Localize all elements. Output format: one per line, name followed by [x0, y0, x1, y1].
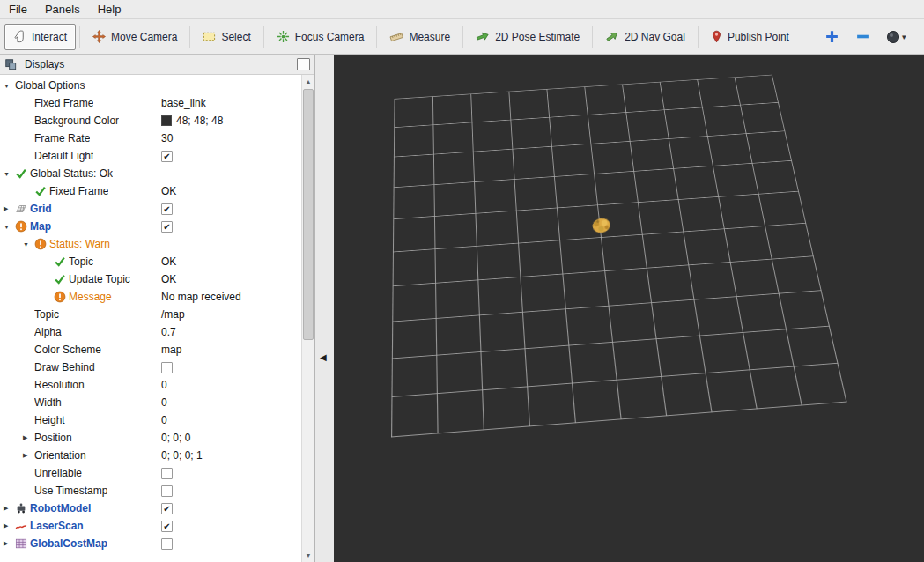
- property-value[interactable]: [157, 538, 301, 550]
- tree-row[interactable]: Background Color48; 48; 48: [0, 112, 301, 129]
- add-tool-button[interactable]: [824, 29, 839, 44]
- collapse-arrow-icon[interactable]: ▼: [4, 83, 15, 89]
- expand-arrow-icon[interactable]: ▶: [4, 522, 15, 529]
- property-value[interactable]: ✔: [157, 151, 301, 162]
- property-value[interactable]: OK: [157, 185, 301, 197]
- tree-row[interactable]: ▼Map✔: [0, 218, 301, 235]
- tree-row[interactable]: Default Light✔: [0, 147, 301, 165]
- menu-panels[interactable]: Panels: [45, 3, 80, 16]
- tool-2d-pose-estimate[interactable]: 2D Pose Estimate: [467, 24, 588, 50]
- tool-measure[interactable]: Measure: [381, 24, 459, 50]
- property-value[interactable]: 0: [157, 396, 301, 409]
- tree-row[interactable]: Fixed FrameOK: [0, 182, 301, 200]
- tree-row[interactable]: Unreliable: [0, 464, 301, 482]
- tree-row[interactable]: Use Timestamp: [0, 482, 301, 499]
- tree-row[interactable]: MessageNo map received: [0, 288, 301, 306]
- tool-focus-camera[interactable]: Focus Camera: [268, 24, 373, 50]
- tree-row[interactable]: ▶LaserScan✔: [0, 517, 301, 535]
- checkbox[interactable]: [161, 538, 173, 550]
- property-value[interactable]: ✔: [157, 503, 301, 514]
- expand-arrow-icon[interactable]: ▶: [23, 452, 34, 459]
- collapse-arrow-icon[interactable]: ▼: [23, 241, 34, 248]
- property-label: GlobalCostMap: [30, 537, 107, 550]
- property-value[interactable]: 0; 0; 0: [157, 432, 301, 444]
- tool-move-camera[interactable]: Move Camera: [84, 24, 186, 50]
- property-value[interactable]: OK: [157, 273, 301, 285]
- collapse-panel-arrow-icon[interactable]: ◀: [320, 352, 327, 362]
- tree-row[interactable]: Alpha0.7: [0, 323, 301, 341]
- property-value[interactable]: 0: [157, 414, 301, 426]
- tree-row[interactable]: Height0: [0, 411, 301, 429]
- property-value[interactable]: 0.7: [157, 326, 301, 338]
- property-value[interactable]: ✔: [157, 221, 301, 233]
- property-value[interactable]: OK: [157, 255, 301, 268]
- tool-2d-nav-goal[interactable]: 2D Nav Goal: [596, 24, 694, 50]
- checkbox[interactable]: ✔: [161, 221, 173, 233]
- menu-help[interactable]: Help: [98, 3, 122, 16]
- tree-row[interactable]: Topic/map: [0, 306, 301, 323]
- tool-select[interactable]: Select: [194, 24, 259, 50]
- property-value[interactable]: base_link: [157, 97, 301, 109]
- property-value[interactable]: ✔: [157, 521, 301, 532]
- checkbox[interactable]: ✔: [161, 203, 173, 215]
- expand-arrow-icon[interactable]: ▶: [4, 205, 15, 212]
- property-value[interactable]: [157, 362, 301, 373]
- expand-arrow-icon[interactable]: ▶: [4, 505, 15, 512]
- tool-options-button[interactable]: ▾: [886, 30, 906, 44]
- checkbox[interactable]: ✔: [161, 521, 173, 532]
- tree-row[interactable]: Draw Behind: [0, 359, 301, 376]
- collapse-arrow-icon[interactable]: ▼: [4, 224, 15, 230]
- property-value[interactable]: [157, 468, 301, 479]
- tree-row[interactable]: ▶Orientation0; 0; 0; 1: [0, 447, 301, 464]
- property-value[interactable]: 0; 0; 0; 1: [157, 449, 301, 462]
- property-name-cell: Update Topic: [0, 273, 157, 285]
- property-value[interactable]: 30: [157, 132, 301, 144]
- property-label: Message: [69, 291, 112, 303]
- property-value[interactable]: map: [157, 344, 301, 356]
- scroll-up-arrow-icon[interactable]: ▲: [302, 75, 314, 88]
- tree-row[interactable]: Width0: [0, 394, 301, 411]
- checkbox[interactable]: [161, 362, 173, 373]
- expand-arrow-icon[interactable]: ▶: [4, 540, 15, 547]
- tree-row[interactable]: ▶GlobalCostMap: [0, 535, 301, 552]
- property-value[interactable]: /map: [157, 308, 301, 321]
- scrollbar-thumb[interactable]: [303, 89, 314, 340]
- property-label: Draw Behind: [34, 361, 95, 373]
- remove-tool-button[interactable]: [855, 29, 870, 44]
- menu-file[interactable]: File: [9, 3, 27, 16]
- checkbox[interactable]: [161, 468, 173, 479]
- float-panel-button[interactable]: [297, 58, 310, 70]
- grid-display: [391, 75, 847, 438]
- tree-row[interactable]: TopicOK: [0, 253, 301, 270]
- property-value[interactable]: ✔: [157, 203, 301, 215]
- tool-publish-point[interactable]: Publish Point: [702, 24, 798, 50]
- expand-arrow-icon[interactable]: ▶: [23, 434, 34, 441]
- collapse-arrow-icon[interactable]: ▼: [4, 171, 15, 177]
- checkbox[interactable]: ✔: [161, 151, 173, 162]
- property-value[interactable]: [157, 485, 301, 497]
- tree-row[interactable]: Update TopicOK: [0, 270, 301, 288]
- tree-row[interactable]: Resolution0: [0, 376, 301, 394]
- tree-row[interactable]: ▼Global Options: [0, 77, 301, 94]
- tool-interact[interactable]: Interact: [4, 24, 76, 50]
- eye-icon: [886, 30, 900, 44]
- vertical-scrollbar[interactable]: ▲ ▼: [301, 75, 314, 562]
- tree-row[interactable]: ▶Grid✔: [0, 200, 301, 218]
- scroll-down-arrow-icon[interactable]: ▼: [302, 549, 314, 562]
- property-value[interactable]: 0: [157, 379, 301, 391]
- property-value[interactable]: No map received: [157, 291, 301, 303]
- tree-row[interactable]: ▼Global Status: Ok: [0, 165, 301, 182]
- tree-row[interactable]: ▶Position0; 0; 0: [0, 429, 301, 447]
- value-text: 30: [161, 132, 173, 144]
- tree-row[interactable]: Color Schememap: [0, 341, 301, 359]
- 3d-viewport[interactable]: [334, 55, 924, 562]
- property-name-cell: Topic: [0, 308, 157, 321]
- checkbox[interactable]: ✔: [161, 503, 173, 514]
- tree-row[interactable]: Frame Rate30: [0, 129, 301, 147]
- tree-row[interactable]: Fixed Framebase_link: [0, 94, 301, 112]
- checkbox[interactable]: [161, 485, 173, 497]
- property-value[interactable]: 48; 48; 48: [157, 115, 301, 127]
- panel-splitter[interactable]: ◀: [315, 55, 334, 562]
- tree-row[interactable]: ▶RobotModel✔: [0, 499, 301, 517]
- tree-row[interactable]: ▼Status: Warn: [0, 235, 301, 253]
